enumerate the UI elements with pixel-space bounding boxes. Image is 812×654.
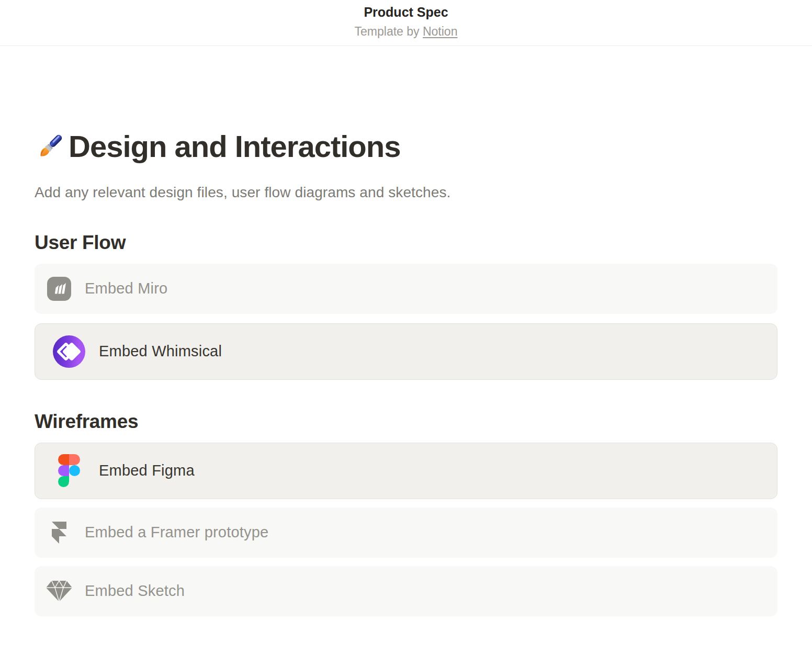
document-title: Product Spec [0, 4, 812, 21]
byline-text: Template by [355, 25, 423, 38]
page-description: Add any relevant design files, user flow… [35, 184, 777, 201]
sketch-icon [46, 580, 72, 603]
figma-icon [53, 454, 85, 487]
document-byline: Template by Notion [0, 25, 812, 39]
embed-label: Embed Whimsical [99, 343, 222, 360]
document-header: Product Spec Template by Notion [0, 0, 812, 46]
notion-link[interactable]: Notion [423, 25, 457, 38]
whimsical-icon [53, 335, 85, 368]
page-title-text: Design and Interactions [69, 130, 400, 163]
page-title: Design and Interactions [35, 130, 777, 163]
embed-placeholder-framer[interactable]: Embed a Framer prototype [35, 508, 777, 558]
section-heading-wireframes: Wireframes [35, 409, 777, 434]
page-body: Design and Interactions Add any relevant… [0, 130, 812, 616]
embed-placeholder-figma[interactable]: Embed Figma [35, 443, 777, 499]
embed-placeholder-miro[interactable]: Embed Miro [35, 264, 777, 314]
paintbrush-icon [35, 131, 66, 162]
embed-placeholder-whimsical[interactable]: Embed Whimsical [35, 323, 777, 380]
embed-label: Embed Figma [99, 462, 195, 479]
framer-icon [46, 522, 72, 544]
embed-label: Embed Miro [85, 280, 167, 297]
embed-label: Embed a Framer prototype [85, 524, 268, 541]
section-heading-user-flow: User Flow [35, 230, 777, 255]
miro-icon [46, 277, 72, 301]
embed-label: Embed Sketch [85, 582, 185, 600]
embed-placeholder-sketch[interactable]: Embed Sketch [35, 566, 777, 616]
